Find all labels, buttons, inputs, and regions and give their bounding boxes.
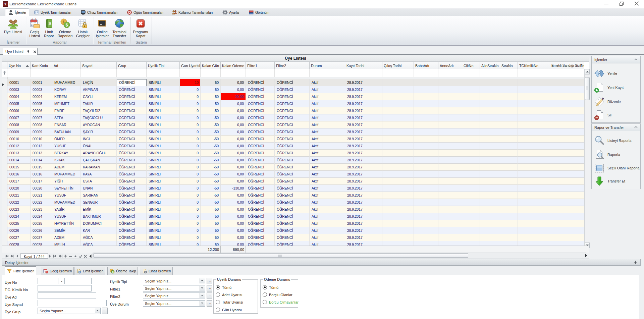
svg-text:$: $ <box>112 271 114 273</box>
svg-text:$: $ <box>49 20 52 26</box>
svg-text:$: $ <box>66 23 68 28</box>
